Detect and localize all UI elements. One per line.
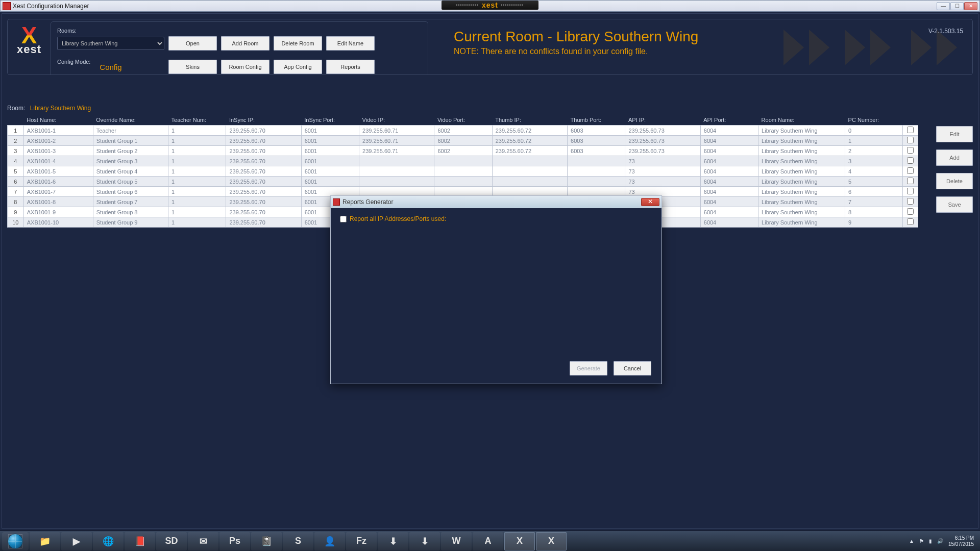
minimize-button[interactable]: — <box>937 2 950 10</box>
column-header: Host Name: <box>23 115 93 126</box>
row-checkbox[interactable] <box>907 218 914 225</box>
table-row[interactable]: 6AXB1001-6Student Group 51239.255.60.706… <box>8 177 918 187</box>
modal-close-button[interactable]: ✕ <box>641 198 659 206</box>
taskbar-item[interactable]: 📓 <box>251 532 282 550</box>
report-all-checkbox-row[interactable]: Report all IP Addresses/Ports used: <box>340 215 652 222</box>
delete-room-button[interactable]: Delete Room <box>274 36 322 51</box>
cell <box>492 177 567 187</box>
cell: Student Group 9 <box>93 217 168 228</box>
delete-button[interactable]: Delete <box>936 173 973 189</box>
taskbar-item[interactable]: X <box>504 532 535 550</box>
row-checkbox[interactable] <box>907 208 914 215</box>
cell: 1 <box>168 177 226 187</box>
row-checkbox-cell[interactable] <box>903 197 918 207</box>
save-button[interactable]: Save <box>936 196 973 213</box>
table-row[interactable]: 4AXB1001-4Student Group 31239.255.60.706… <box>8 156 918 166</box>
maximize-button[interactable]: ☐ <box>950 2 964 10</box>
clock[interactable]: 6:15 PM 15/07/2015 <box>948 535 974 547</box>
row-checkbox[interactable] <box>907 157 914 164</box>
row-checkbox[interactable] <box>907 198 914 205</box>
room-config-button[interactable]: Room Config <box>221 60 270 74</box>
row-checkbox[interactable] <box>907 167 914 174</box>
taskbar-item[interactable]: 📁 <box>30 532 60 550</box>
edit-button[interactable]: Edit <box>936 126 973 142</box>
taskbar-item[interactable]: W <box>441 532 472 550</box>
tray-volume-icon[interactable]: 🔊 <box>937 538 943 544</box>
taskbar-item[interactable]: ✉ <box>188 532 218 550</box>
cell: Library Southern Wing <box>758 126 845 136</box>
taskbar-item[interactable]: 🌐 <box>93 532 124 550</box>
row-checkbox-cell[interactable] <box>903 136 918 146</box>
reports-button[interactable]: Reports <box>326 60 375 74</box>
rooms-dropdown[interactable]: Library Southern Wing <box>57 37 164 50</box>
edit-name-button[interactable]: Edit Name <box>326 36 375 51</box>
system-tray[interactable]: ▲ ⚑ ▮ 🔊 6:15 PM 15/07/2015 <box>909 535 978 547</box>
row-checkbox[interactable] <box>907 147 914 154</box>
cell: 73 <box>625 177 700 187</box>
taskbar-item[interactable]: SD <box>156 532 187 550</box>
row-checkbox-cell[interactable] <box>903 217 918 228</box>
taskbar-item[interactable]: 👤 <box>314 532 345 550</box>
modal-cancel-button[interactable]: Cancel <box>614 361 651 375</box>
row-checkbox-cell[interactable] <box>903 207 918 217</box>
row-checkbox[interactable] <box>907 178 914 184</box>
row-checkbox[interactable] <box>907 188 914 194</box>
app-icon <box>3 2 11 10</box>
row-checkbox-cell[interactable] <box>903 156 918 166</box>
row-checkbox[interactable] <box>907 127 914 133</box>
taskbar-item[interactable]: Ps <box>219 532 250 550</box>
taskbar-item[interactable]: ⬇ <box>409 532 440 550</box>
taskbar-item[interactable]: X <box>536 532 567 550</box>
row-checkbox-cell[interactable] <box>903 177 918 187</box>
taskbar-item[interactable]: ▶ <box>61 532 92 550</box>
tray-network-icon[interactable]: ▮ <box>929 538 932 544</box>
window-close-button[interactable]: ✕ <box>964 2 977 10</box>
row-checkbox-cell[interactable] <box>903 166 918 177</box>
cell: AXB1001-2 <box>23 136 93 146</box>
open-button[interactable]: Open <box>168 36 217 51</box>
cell: Library Southern Wing <box>758 217 845 228</box>
cell: 239.255.60.72 <box>492 146 567 156</box>
cell <box>359 166 434 177</box>
cell: 73 <box>625 156 700 166</box>
side-buttons: Edit Add Delete Save <box>936 126 973 213</box>
app-config-button[interactable]: App Config <box>274 60 322 74</box>
table-row[interactable]: 5AXB1001-5Student Group 41239.255.60.706… <box>8 166 918 177</box>
cell: Student Group 7 <box>93 197 168 207</box>
column-header: API Port: <box>700 115 758 126</box>
taskbar-item[interactable]: Fz <box>346 532 377 550</box>
cell: Student Group 8 <box>93 207 168 217</box>
skins-button[interactable]: Skins <box>168 60 217 74</box>
cell: 6002 <box>434 136 492 146</box>
taskbar-item[interactable]: S <box>283 532 313 550</box>
start-button[interactable] <box>2 532 29 550</box>
add-room-button[interactable]: Add Room <box>221 36 270 51</box>
taskbar-item[interactable]: A <box>473 532 503 550</box>
taskbar-item[interactable]: ⬇ <box>378 532 408 550</box>
cell: 239.255.60.70 <box>226 187 301 197</box>
tray-show-hidden-icon[interactable]: ▲ <box>909 538 914 544</box>
cell <box>492 156 567 166</box>
taskbar-item[interactable]: 📕 <box>125 532 155 550</box>
cell: 239.255.60.73 <box>625 136 700 146</box>
cell: 239.255.60.70 <box>226 207 301 217</box>
row-checkbox-cell[interactable] <box>903 146 918 156</box>
row-number: 4 <box>8 156 24 166</box>
cell: 6001 <box>301 166 359 177</box>
row-checkbox-cell[interactable] <box>903 126 918 136</box>
row-checkbox-cell[interactable] <box>903 187 918 197</box>
tray-flag-icon[interactable]: ⚑ <box>919 538 924 544</box>
report-all-checkbox[interactable] <box>340 216 347 222</box>
column-header: Thumb IP: <box>492 115 567 126</box>
modal-generate-button[interactable]: Generate <box>570 361 607 375</box>
cell: 3 <box>845 156 903 166</box>
cell: Library Southern Wing <box>758 177 845 187</box>
table-row[interactable]: 1AXB1001-1Teacher1239.255.60.706001239.2… <box>8 126 918 136</box>
room-bar-prefix: Room: <box>7 105 25 112</box>
header-note: NOTE: There are no conflicts found in yo… <box>454 47 698 56</box>
cell: Student Group 1 <box>93 136 168 146</box>
table-row[interactable]: 2AXB1001-2Student Group 11239.255.60.706… <box>8 136 918 146</box>
add-button[interactable]: Add <box>936 149 973 166</box>
table-row[interactable]: 3AXB1001-3Student Group 21239.255.60.706… <box>8 146 918 156</box>
row-checkbox[interactable] <box>907 137 914 143</box>
